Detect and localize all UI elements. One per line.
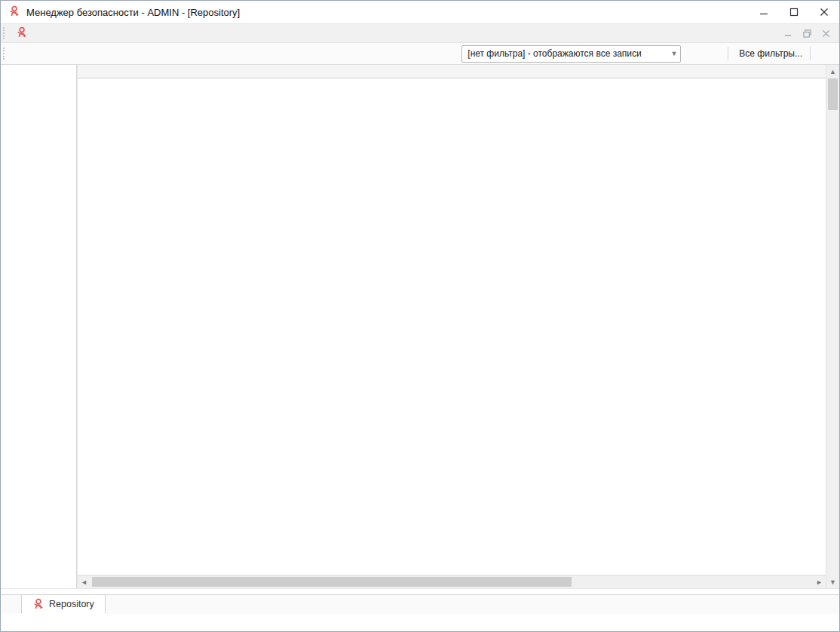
grid-body: [78, 78, 826, 575]
copy-icon[interactable]: [13, 44, 32, 63]
edit-filter-icon[interactable]: [705, 44, 725, 63]
toolbar: [нет фильтра] - отображаются все записи …: [1, 43, 839, 65]
grid-header: [78, 65, 826, 78]
window-title: Менеджер безопасности - ADMIN - [Reposit…: [26, 7, 749, 18]
tab-repository[interactable]: Repository: [21, 594, 106, 614]
menu-grip: [3, 27, 8, 39]
scroll-left-icon[interactable]: ◄: [78, 575, 90, 588]
scroll-right-icon[interactable]: ►: [813, 575, 826, 588]
tab-bar: Repository: [1, 594, 839, 614]
mdi-minimize-icon[interactable]: [784, 29, 792, 38]
clear-filter-icon[interactable]: [685, 44, 705, 63]
chevron-down-icon: ▼: [670, 50, 677, 57]
scroll-up-icon[interactable]: ▲: [826, 65, 839, 78]
app-window: Менеджер безопасности - ADMIN - [Reposit…: [0, 0, 840, 632]
document-icon[interactable]: [32, 44, 52, 63]
maximize-button[interactable]: [779, 1, 809, 23]
filter-combobox[interactable]: [нет фильтра] - отображаются все записи …: [461, 45, 681, 63]
records-loaded-label: Загружено записей: 389233: [679, 618, 800, 628]
mdi-child-logo-icon[interactable]: [16, 26, 28, 41]
repository-logo-icon: [32, 598, 44, 610]
mdi-restore-icon[interactable]: [803, 29, 811, 38]
refresh-icon[interactable]: [52, 44, 72, 63]
title-bar: Менеджер безопасности - ADMIN - [Reposit…: [1, 1, 839, 23]
mdi-close-icon[interactable]: [822, 29, 830, 38]
horizontal-scrollbar[interactable]: ◄ ►: [78, 575, 826, 588]
close-button[interactable]: [809, 1, 839, 23]
access-log-grid: ◄ ► ▲ ▼: [77, 65, 839, 588]
minimize-button[interactable]: [749, 1, 779, 23]
vertical-scrollbar[interactable]: ▲ ▼: [826, 65, 839, 588]
toolbar-grip: [3, 48, 8, 60]
app-logo-icon: [8, 5, 20, 20]
scroll-down-icon[interactable]: ▼: [826, 575, 839, 588]
resize-grip[interactable]: [827, 620, 838, 630]
all-filters-button[interactable]: Все фильтры...: [731, 48, 807, 59]
status-text: Ожидание...: [8, 618, 62, 628]
sidebar: [1, 65, 77, 588]
filter-combobox-value: [нет фильтра] - отображаются все записи: [468, 48, 641, 59]
vertical-scroll-thumb[interactable]: [828, 78, 838, 110]
horizontal-scroll-thumb[interactable]: [92, 577, 572, 587]
status-bar: Ожидание... Загружено записей: 389233: [1, 614, 839, 631]
save-icon[interactable]: [72, 44, 91, 63]
print-icon[interactable]: [814, 44, 833, 63]
menu-bar: [1, 23, 839, 43]
